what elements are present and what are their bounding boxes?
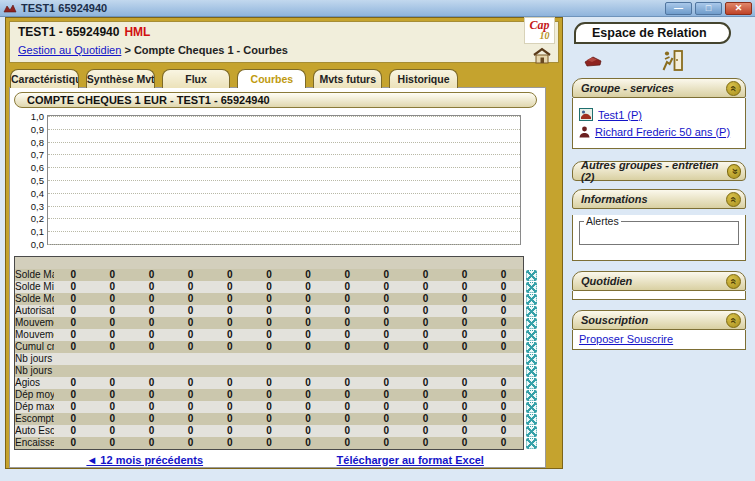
cell-value: 0 xyxy=(171,401,210,413)
table-row: Mouvements créditeurs000000000000 xyxy=(15,317,524,329)
tab-synthese-mvts[interactable]: Synthèse Mvts xyxy=(86,69,155,88)
cell-value: 0 xyxy=(210,293,249,305)
chevron-up-icon[interactable]: « xyxy=(726,81,741,96)
chevron-up-icon[interactable]: « xyxy=(726,313,741,328)
previous-months-link[interactable]: ◄ 12 mois précédents xyxy=(86,454,203,466)
cell-value: 0 xyxy=(210,425,249,437)
cell-value: 0 xyxy=(249,317,288,329)
cell-value: 0 xyxy=(54,305,93,317)
cell-value: 0 xyxy=(484,401,523,413)
groupe-services-body: Test1 (P) Richard Frederic 50 ans (P) xyxy=(572,98,746,149)
cell-value: 0 xyxy=(249,425,288,437)
cell-value: 0 xyxy=(249,281,288,293)
row-graph-icon[interactable] xyxy=(526,389,541,401)
breadcrumb: Gestion au Quotidien > Compte Cheques 1 … xyxy=(18,44,552,56)
cell-value: 0 xyxy=(328,401,367,413)
row-graph-icon[interactable] xyxy=(526,377,541,389)
table-row: Agios000000000000 xyxy=(15,377,524,389)
proposer-souscrire-link[interactable]: Proposer Souscrire xyxy=(579,333,673,345)
row-graph-icon[interactable] xyxy=(526,269,541,281)
cell-value: 0 xyxy=(445,377,484,389)
autres-groupes-header[interactable]: Autres groupes - entretien (2) « xyxy=(572,161,746,181)
cell-value xyxy=(93,365,132,377)
close-button[interactable]: ✕ xyxy=(725,2,752,15)
cell-value: 0 xyxy=(328,341,367,353)
cell-value: 0 xyxy=(445,341,484,353)
cell-value: 0 xyxy=(406,341,445,353)
y-tick-label: 0,2 xyxy=(19,213,44,224)
row-graph-icon[interactable] xyxy=(526,437,541,449)
quotidien-header[interactable]: Quotidien « xyxy=(572,271,746,291)
print-icon[interactable] xyxy=(582,53,604,68)
mini-chart-icon xyxy=(526,330,537,341)
stats-table: Solde Maxi000000000000Solde Mini00000000… xyxy=(14,256,524,450)
cell-value: 0 xyxy=(171,293,210,305)
list-item: Richard Frederic 50 ans (P) xyxy=(579,123,741,140)
informations-header[interactable]: Informations « xyxy=(572,189,746,209)
group-member-link[interactable]: Test1 (P) xyxy=(598,109,642,121)
cell-value: 0 xyxy=(484,329,523,341)
gridline xyxy=(48,142,520,143)
home-icon[interactable] xyxy=(532,47,552,68)
y-tick-label: 0,7 xyxy=(19,149,44,160)
cell-value: 0 xyxy=(288,317,327,329)
cell-value: 0 xyxy=(132,305,171,317)
row-graph-icon[interactable] xyxy=(526,281,541,293)
cell-value: 0 xyxy=(93,413,132,425)
row-graph-icon[interactable] xyxy=(526,329,541,341)
y-tick-label: 0,1 xyxy=(19,226,44,237)
exit-icon[interactable] xyxy=(660,49,684,72)
row-label: Autorisation xyxy=(15,305,54,317)
cell-value: 0 xyxy=(210,413,249,425)
tab-historique[interactable]: Historique xyxy=(389,69,458,88)
row-label: Escompte xyxy=(15,413,54,425)
row-graph-icon[interactable] xyxy=(526,413,541,425)
download-excel-link[interactable]: Télécharger au format Excel xyxy=(337,454,484,466)
row-label: Agios xyxy=(15,377,54,389)
row-graph-icon[interactable] xyxy=(526,341,541,353)
row-graph-icon[interactable] xyxy=(526,305,541,317)
groupe-services-header[interactable]: Groupe - services « xyxy=(572,78,746,98)
breadcrumb-current: Compte Cheques 1 - Courbes xyxy=(134,44,288,56)
cap10-logo-number: 10 xyxy=(535,31,554,41)
table-row: Solde Maxi000000000000 xyxy=(15,269,524,281)
minimize-button[interactable]: — xyxy=(665,2,692,15)
cell-value: 0 xyxy=(210,317,249,329)
cell-value: 0 xyxy=(445,281,484,293)
row-graph-icon[interactable] xyxy=(526,365,541,377)
list-item: Test1 (P) xyxy=(579,106,741,123)
cell-value: 0 xyxy=(484,293,523,305)
cell-value: 0 xyxy=(93,425,132,437)
cell-value: 0 xyxy=(484,437,523,450)
row-graph-icon[interactable] xyxy=(526,353,541,365)
souscription-header[interactable]: Souscription « xyxy=(572,310,746,330)
row-graph-icon[interactable] xyxy=(526,293,541,305)
maximize-button[interactable]: □ xyxy=(695,2,722,15)
cell-value xyxy=(210,353,249,365)
y-tick-label: 1,0 xyxy=(19,111,44,122)
breadcrumb-separator: > xyxy=(124,44,130,56)
cell-value: 0 xyxy=(132,281,171,293)
mini-chart-icon xyxy=(526,438,537,449)
row-graph-icon[interactable] xyxy=(526,317,541,329)
row-graph-icon[interactable] xyxy=(526,425,541,437)
chevron-up-icon[interactable]: « xyxy=(726,274,741,289)
table-row: Nb jours dépassement xyxy=(15,365,524,377)
cell-value: 0 xyxy=(445,293,484,305)
cell-value: 0 xyxy=(171,269,210,281)
table-header-empty xyxy=(15,257,524,269)
alertes-label: Alertes xyxy=(584,215,621,227)
tab-mvts-futurs[interactable]: Mvts futurs xyxy=(313,69,382,88)
cell-value: 0 xyxy=(367,413,406,425)
chevron-up-icon[interactable]: « xyxy=(726,192,741,207)
group-member-link[interactable]: Richard Frederic 50 ans (P) xyxy=(595,126,730,138)
quotidien-title: Quotidien xyxy=(581,275,632,287)
tab-courbes[interactable]: Courbes xyxy=(237,69,306,88)
tab-flux[interactable]: Flux xyxy=(162,69,231,88)
chevron-down-icon[interactable]: « xyxy=(727,164,741,179)
cell-value: 0 xyxy=(328,305,367,317)
breadcrumb-link[interactable]: Gestion au Quotidien xyxy=(18,44,121,56)
cell-value: 0 xyxy=(171,425,210,437)
tab-caracteristiques[interactable]: Caractéristiques xyxy=(10,69,79,88)
row-graph-icon[interactable] xyxy=(526,401,541,413)
